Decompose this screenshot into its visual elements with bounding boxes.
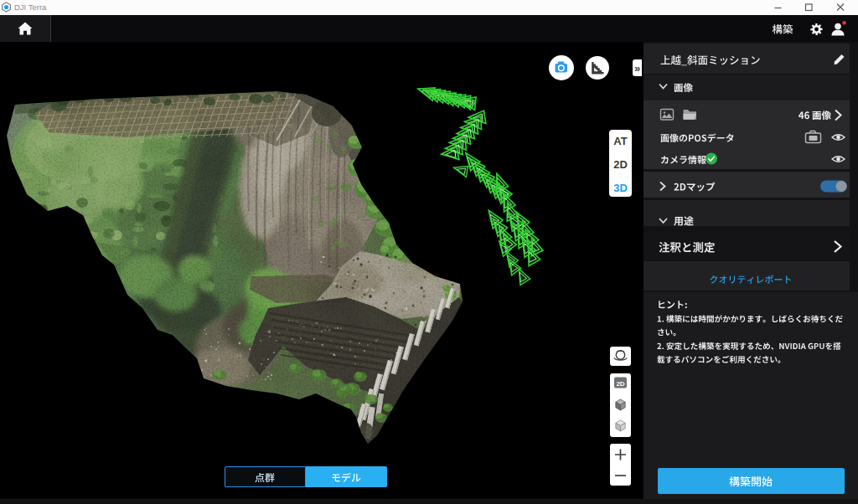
svg-text:AT: AT bbox=[613, 135, 627, 147]
svg-text:»: » bbox=[634, 62, 640, 75]
svg-text:2D: 2D bbox=[613, 158, 628, 171]
svg-text:2D: 2D bbox=[616, 380, 624, 388]
svg-text:3D: 3D bbox=[613, 182, 628, 194]
svg-text:DJI Terra: DJI Terra bbox=[14, 3, 47, 12]
